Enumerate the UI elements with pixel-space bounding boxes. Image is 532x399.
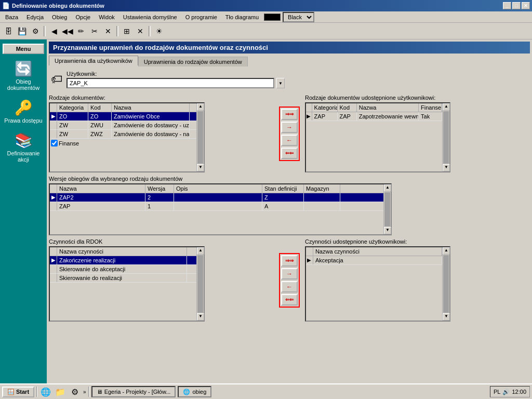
ver-header-marker: [50, 184, 57, 193]
scroll-up-r[interactable]: ▲: [443, 103, 450, 111]
remove-doc-btn[interactable]: ←: [281, 135, 298, 146]
menu-opcje[interactable]: Opcje: [72, 13, 94, 21]
table-row[interactable]: Skierowanie do realizacji: [50, 274, 196, 283]
add-doc-btn[interactable]: →: [281, 122, 298, 133]
scroll-down-v[interactable]: ▼: [384, 227, 391, 234]
toolbar-btn-5[interactable]: ◀◀: [61, 25, 74, 37]
ver-header-wersja: Wersja: [145, 184, 174, 193]
maximize-button[interactable]: □: [512, 2, 521, 9]
menu-oprogramie[interactable]: O programie: [182, 13, 220, 21]
actions-right-inner: Nazwa czynności ▶ Akceptacja: [306, 247, 442, 321]
finanse-checkbox[interactable]: [51, 140, 58, 147]
user-dropdown-arrow[interactable]: ▼: [276, 78, 285, 88]
minimize-button[interactable]: _: [503, 2, 511, 9]
prawa-icon: 🔑: [15, 99, 33, 116]
scroll-thumb-r[interactable]: [443, 111, 449, 164]
act-right-scrollbar[interactable]: ▲ ▼: [442, 247, 449, 321]
toolbar-btn-1[interactable]: 🗄: [2, 25, 15, 37]
toolbar-btn-10[interactable]: ✕: [134, 25, 147, 37]
sidebar-item-prawa[interactable]: 🔑 Prawa dostępu: [3, 97, 44, 126]
sidebar-item-obieg[interactable]: 🔄 Obieg dokumentów: [3, 58, 44, 93]
table-row[interactable]: ZAP 1 A: [50, 202, 383, 211]
table-row[interactable]: ▶ Akceptacja: [306, 256, 442, 265]
taskbar-icon-2[interactable]: 📁: [54, 385, 66, 398]
def-icon: 📚: [15, 132, 33, 149]
close-button[interactable]: ✕: [522, 2, 530, 9]
scroll-up-ar[interactable]: ▲: [443, 247, 450, 255]
menu-baza[interactable]: Baza: [2, 13, 21, 21]
row-marker-0: ▶: [50, 112, 57, 121]
act-marker-0: ▶: [50, 256, 57, 264]
user-icon: 🏷: [51, 73, 62, 86]
user-dropdown[interactable]: [66, 78, 274, 88]
remove-action-btn[interactable]: ←: [281, 281, 298, 292]
act-cell-2: Skierowanie do realizacji: [57, 274, 187, 282]
scroll-thumb[interactable]: [197, 111, 203, 164]
taskbar-sep-2: [88, 387, 89, 397]
ver-marker-1: [50, 202, 57, 210]
toolbar-btn-7[interactable]: ✂: [88, 25, 101, 37]
doc-transfer-col: ⇒⇒ → ← ⇐⇐: [277, 95, 302, 172]
table-row[interactable]: Skierowanie do akceptacji: [50, 265, 196, 274]
scroll-up-al[interactable]: ▲: [197, 247, 204, 255]
add-all-action-btn[interactable]: ⇒⇒: [281, 255, 298, 267]
toolbar-btn-9[interactable]: ⊞: [121, 25, 133, 37]
toolbar-btn-3[interactable]: ⚙: [29, 25, 42, 37]
menu-ustawienia[interactable]: Ustawienia domyślne: [120, 13, 180, 21]
taskbar-item-egeria[interactable]: 🖥 Egeria - Projekty - [Głów...: [91, 386, 176, 397]
toolbar-btn-11[interactable]: ☀: [153, 25, 165, 37]
tab-uprawnienia-uzyt[interactable]: Uprawnienia dla użytkowników: [49, 56, 138, 65]
ver-cell-stan-1: A: [262, 202, 304, 210]
color-dropdown[interactable]: Black White Gray: [283, 12, 314, 22]
actions-left-grid: Nazwa czynności ▶ Zakończenie realizacji…: [49, 246, 205, 322]
toolbar-btn-4[interactable]: ◀: [48, 25, 60, 37]
toolbar-btn-8[interactable]: ✕: [102, 25, 114, 37]
tab-uprawnienia-rdok[interactable]: Uprawnienia do rodzajów dokumentów: [138, 57, 248, 66]
taskbar-item-obieg[interactable]: 🌐 obieg: [178, 386, 211, 397]
actions-left-inner: Nazwa czynności ▶ Zakończenie realizacji…: [50, 247, 196, 321]
ver-header-stan: Stan definicji: [262, 184, 304, 193]
sidebar-item-def[interactable]: 📚 Definiowanie akcji: [3, 130, 44, 165]
start-button[interactable]: 🪟 Start: [2, 387, 34, 397]
ver-scrollbar[interactable]: ▲ ▼: [383, 184, 391, 234]
doc-left-scrollbar[interactable]: ▲ ▼: [196, 103, 204, 171]
table-row[interactable]: ▶ ZO ZO Zamówienie Obce: [50, 112, 196, 121]
scroll-down-r[interactable]: ▼: [443, 164, 450, 171]
remove-all-doc-btn[interactable]: ⇐⇐: [281, 148, 298, 159]
scroll-down[interactable]: ▼: [197, 164, 204, 171]
scroll-up-v[interactable]: ▲: [384, 184, 391, 192]
table-row[interactable]: ZW ZWZ Zamówienie do dostawcy - na pods: [50, 130, 196, 139]
add-action-btn[interactable]: →: [281, 268, 298, 280]
right-row-marker-0: ▶: [306, 112, 312, 121]
menu-edycja[interactable]: Edycja: [23, 13, 47, 21]
title-bar-buttons: _ □ ✕: [503, 2, 530, 9]
doc-right-scrollbar[interactable]: ▲ ▼: [442, 103, 449, 171]
scroll-thumb-al[interactable]: [197, 255, 203, 313]
right-cell-kod-0: ZAP: [338, 112, 357, 121]
scroll-down-al[interactable]: ▼: [197, 313, 204, 321]
menu-tlo[interactable]: Tło diagramu: [222, 13, 262, 21]
scroll-thumb-ar[interactable]: [443, 255, 449, 313]
scroll-up[interactable]: ▲: [197, 103, 204, 111]
toolbar-btn-2[interactable]: 💾: [16, 25, 28, 37]
taskbar-icon-1[interactable]: 🌐: [39, 385, 52, 398]
menu-obieg[interactable]: Obieg: [49, 13, 70, 21]
toolbar-btn-6[interactable]: ✏: [75, 25, 87, 37]
table-row[interactable]: ZW ZWU Zamówienie do dostawcy - uzupełn: [50, 121, 196, 130]
ver-cell-nazwa-1: ZAP: [57, 202, 145, 210]
menu-widok[interactable]: Widok: [96, 13, 118, 21]
cell-kod-0: ZO: [88, 112, 112, 121]
title-bar-icon: 📄: [2, 2, 10, 9]
table-row[interactable]: ▶ Zakończenie realizacji: [50, 256, 196, 265]
scroll-thumb-v[interactable]: [384, 192, 390, 227]
right-header-fin: Finanse: [419, 103, 442, 112]
act-left-scrollbar[interactable]: ▲ ▼: [196, 247, 204, 321]
scroll-down-ar[interactable]: ▼: [443, 313, 450, 321]
add-all-doc-btn[interactable]: ⇒⇒: [281, 109, 298, 120]
remove-all-action-btn[interactable]: ⇐⇐: [281, 294, 298, 305]
cell-kategoria-2: ZW: [57, 130, 88, 138]
table-row[interactable]: ▶ ZAP ZAP Zapotrzebowanie wewnę Tak: [306, 112, 442, 121]
table-row[interactable]: ▶ ZAP2 2 Z: [50, 193, 383, 202]
actions-section: Czynności dla RDOK Nazwa czynności ▶ Zak…: [49, 238, 530, 322]
taskbar-icon-3[interactable]: ⚙: [69, 385, 81, 398]
